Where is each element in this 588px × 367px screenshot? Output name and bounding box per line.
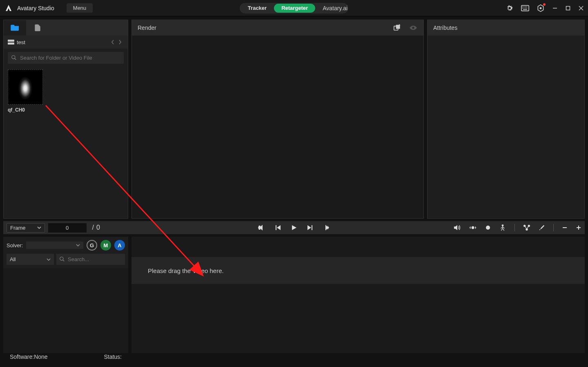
svg-line-27 bbox=[501, 227, 503, 228]
drop-text: Please drag the Video here. bbox=[148, 267, 224, 274]
nav-pills: Tracker Retargeter Avatary.ai bbox=[240, 3, 348, 13]
minus-icon[interactable] bbox=[562, 225, 568, 230]
status-status: Status: bbox=[104, 354, 122, 360]
svg-rect-12 bbox=[566, 6, 570, 10]
breadcrumb-forward[interactable] bbox=[116, 39, 124, 45]
asset-thumbnail bbox=[8, 69, 43, 105]
separator-2 bbox=[553, 224, 554, 231]
graph-icon[interactable] bbox=[523, 224, 530, 231]
title-right bbox=[506, 4, 584, 12]
app-logo-icon bbox=[4, 4, 13, 13]
svg-rect-15 bbox=[8, 40, 14, 42]
playback-controls bbox=[258, 224, 330, 231]
settings-icon[interactable] bbox=[506, 4, 514, 12]
frame-slash: / bbox=[92, 224, 94, 231]
svg-line-18 bbox=[15, 58, 16, 60]
file-panel: test qf_CH0 bbox=[3, 20, 128, 219]
breadcrumb-back[interactable] bbox=[109, 39, 116, 45]
brush-icon[interactable] bbox=[539, 224, 545, 231]
attributes-header: Attributes bbox=[428, 20, 584, 36]
render-header: Render bbox=[132, 20, 423, 36]
timeline-tools bbox=[453, 224, 581, 231]
svg-point-24 bbox=[486, 226, 490, 230]
solver-label: Solver: bbox=[7, 242, 23, 248]
volume-icon[interactable] bbox=[453, 224, 461, 231]
filter-search-wrap bbox=[56, 254, 125, 265]
breadcrumb: test bbox=[4, 36, 128, 49]
svg-line-35 bbox=[527, 226, 528, 228]
plus-icon[interactable] bbox=[576, 225, 581, 230]
svg-line-40 bbox=[63, 260, 65, 262]
code-tab[interactable] bbox=[26, 20, 49, 36]
svg-rect-21 bbox=[276, 225, 276, 230]
go-end-button[interactable] bbox=[323, 224, 330, 231]
attributes-panel: Attributes bbox=[427, 20, 585, 219]
badge-m[interactable]: M bbox=[100, 240, 111, 251]
hexagon-icon[interactable] bbox=[537, 4, 545, 12]
filter-search-input[interactable] bbox=[56, 254, 125, 265]
svg-line-30 bbox=[503, 228, 504, 230]
filter-dropdown[interactable]: All bbox=[7, 254, 54, 265]
software-value: None bbox=[34, 354, 47, 360]
svg-rect-5 bbox=[522, 8, 523, 9]
rig-icon[interactable] bbox=[499, 224, 506, 231]
frame-input[interactable] bbox=[48, 223, 87, 233]
status-label: Status: bbox=[104, 354, 122, 360]
drop-panel: Please drag the Video here. bbox=[131, 237, 585, 353]
svg-point-17 bbox=[12, 56, 15, 59]
video-drop-zone[interactable]: Please drag the Video here. bbox=[131, 257, 585, 284]
svg-line-28 bbox=[503, 227, 505, 228]
prev-frame-button[interactable] bbox=[275, 225, 281, 230]
app-title: Avatary Studio bbox=[17, 5, 54, 11]
go-start-button[interactable] bbox=[258, 224, 265, 231]
svg-rect-6 bbox=[524, 8, 525, 9]
chevron-down-icon bbox=[76, 244, 80, 247]
svg-rect-9 bbox=[523, 9, 527, 10]
search-input[interactable] bbox=[8, 52, 124, 64]
svg-point-25 bbox=[502, 225, 503, 226]
main-row: test qf_CH0 bbox=[0, 16, 588, 219]
solver-panel: Solver: G M A All bbox=[3, 237, 128, 353]
minimize-button[interactable] bbox=[552, 5, 558, 11]
asset-label: qf_CH0 bbox=[8, 107, 45, 113]
next-frame-button[interactable] bbox=[307, 225, 313, 230]
svg-point-33 bbox=[526, 228, 528, 230]
window-swap-icon[interactable] bbox=[393, 24, 401, 31]
maximize-button[interactable] bbox=[565, 5, 571, 11]
panel-tabs bbox=[4, 20, 128, 36]
folder-tab[interactable] bbox=[4, 20, 26, 36]
drive-icon bbox=[8, 40, 14, 45]
visibility-icon[interactable] bbox=[409, 25, 418, 31]
svg-rect-4 bbox=[526, 6, 527, 7]
bottom-row: Solver: G M A All Please drag the bbox=[3, 237, 585, 353]
timeline-bar: Frame / 0 bbox=[3, 221, 585, 234]
keyframe-icon[interactable] bbox=[485, 225, 491, 230]
status-software: Software:None bbox=[10, 354, 48, 360]
link-avatary-ai[interactable]: Avatary.ai bbox=[323, 5, 347, 11]
svg-point-23 bbox=[472, 226, 474, 228]
badge-a[interactable]: A bbox=[114, 240, 125, 251]
notification-dot bbox=[543, 3, 546, 6]
frame-dropdown[interactable]: Frame bbox=[7, 223, 45, 233]
render-panel: Render bbox=[131, 20, 424, 219]
badge-g[interactable]: G bbox=[87, 240, 97, 251]
asset-grid: qf_CH0 bbox=[4, 67, 128, 115]
solver-body bbox=[3, 268, 128, 353]
frame-total: 0 bbox=[96, 224, 100, 231]
keyboard-icon[interactable] bbox=[521, 4, 529, 12]
search-icon bbox=[11, 55, 17, 60]
svg-point-39 bbox=[60, 257, 63, 260]
keyframe-range-icon[interactable] bbox=[469, 225, 477, 230]
close-button[interactable] bbox=[578, 5, 584, 11]
asset-item[interactable]: qf_CH0 bbox=[8, 69, 45, 113]
play-button[interactable] bbox=[291, 224, 297, 231]
menu-button[interactable]: Menu bbox=[67, 3, 93, 13]
solver-row: Solver: G M A bbox=[3, 237, 128, 254]
tab-tracker[interactable]: Tracker bbox=[241, 4, 274, 13]
render-viewport[interactable] bbox=[132, 36, 423, 218]
tab-retargeter[interactable]: Retargeter bbox=[274, 4, 315, 13]
solver-dropdown[interactable] bbox=[26, 242, 83, 249]
attributes-title: Attributes bbox=[433, 25, 457, 31]
svg-rect-1 bbox=[522, 6, 523, 7]
search-icon bbox=[59, 256, 65, 262]
